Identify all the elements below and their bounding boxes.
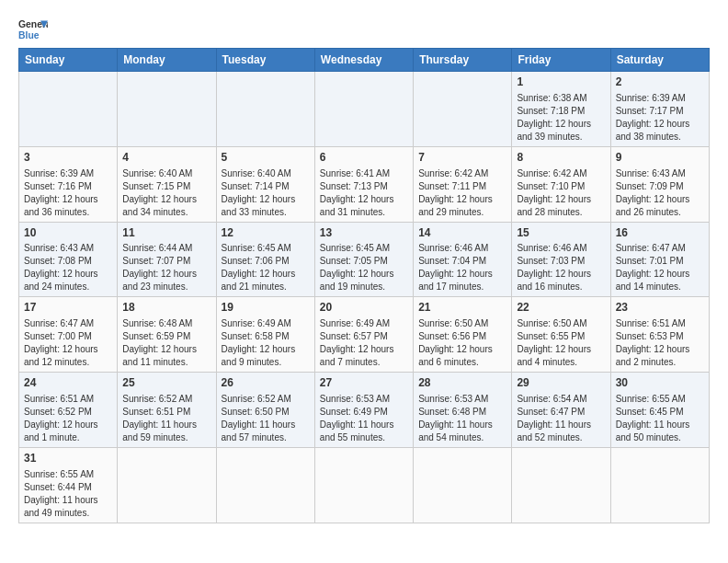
svg-text:Blue: Blue [18,30,40,40]
calendar-body: 1Sunrise: 6:38 AM Sunset: 7:18 PM Daylig… [19,72,710,523]
week-row-6: 31Sunrise: 6:55 AM Sunset: 6:44 PM Dayli… [19,447,710,523]
day-info: Sunrise: 6:39 AM Sunset: 7:16 PM Dayligh… [24,167,112,219]
day-number: 22 [517,300,605,316]
day-number: 10 [24,225,112,241]
day-cell: 9Sunrise: 6:43 AM Sunset: 7:09 PM Daylig… [610,146,709,222]
day-number: 5 [222,150,310,166]
day-info: Sunrise: 6:51 AM Sunset: 6:52 PM Dayligh… [24,393,112,444]
day-cell [414,447,512,523]
day-info: Sunrise: 6:46 AM Sunset: 7:04 PM Dayligh… [418,242,506,293]
day-cell: 16Sunrise: 6:47 AM Sunset: 7:01 PM Dayli… [610,222,709,297]
day-info: Sunrise: 6:50 AM Sunset: 6:56 PM Dayligh… [418,317,506,369]
day-info: Sunrise: 6:42 AM Sunset: 7:11 PM Dayligh… [418,167,506,219]
day-cell [118,447,216,523]
day-number: 1 [517,75,605,90]
day-number: 13 [320,225,408,241]
day-cell: 19Sunrise: 6:49 AM Sunset: 6:58 PM Dayli… [216,297,314,373]
day-cell [610,447,709,523]
day-info: Sunrise: 6:47 AM Sunset: 7:00 PM Dayligh… [24,317,112,369]
day-number: 19 [222,300,310,316]
day-number: 17 [24,300,112,316]
day-cell: 17Sunrise: 6:47 AM Sunset: 7:00 PM Dayli… [19,297,118,373]
day-info: Sunrise: 6:42 AM Sunset: 7:10 PM Dayligh… [517,167,605,219]
day-cell [19,72,118,147]
day-info: Sunrise: 6:43 AM Sunset: 7:08 PM Dayligh… [24,242,112,293]
day-cell: 2Sunrise: 6:39 AM Sunset: 7:17 PM Daylig… [610,72,709,147]
header-cell-saturday: Saturday [610,49,709,72]
day-info: Sunrise: 6:49 AM Sunset: 6:58 PM Dayligh… [222,317,310,369]
header: General Blue [18,15,710,44]
day-cell: 25Sunrise: 6:52 AM Sunset: 6:51 PM Dayli… [118,373,216,448]
day-number: 8 [517,150,605,166]
day-cell: 10Sunrise: 6:43 AM Sunset: 7:08 PM Dayli… [19,222,118,297]
day-cell: 1Sunrise: 6:38 AM Sunset: 7:18 PM Daylig… [512,72,610,147]
day-info: Sunrise: 6:43 AM Sunset: 7:09 PM Dayligh… [616,167,704,219]
day-info: Sunrise: 6:55 AM Sunset: 6:44 PM Dayligh… [24,468,112,520]
day-cell: 29Sunrise: 6:54 AM Sunset: 6:47 PM Dayli… [512,373,610,448]
day-info: Sunrise: 6:47 AM Sunset: 7:01 PM Dayligh… [616,242,704,293]
day-cell: 26Sunrise: 6:52 AM Sunset: 6:50 PM Dayli… [216,373,314,448]
logo-icon: General Blue [18,15,48,44]
day-number: 29 [517,375,605,391]
day-number: 4 [122,150,210,166]
day-cell: 27Sunrise: 6:53 AM Sunset: 6:49 PM Dayli… [314,373,413,448]
logo: General Blue [18,15,48,44]
day-cell: 28Sunrise: 6:53 AM Sunset: 6:48 PM Dayli… [414,373,512,448]
day-cell: 6Sunrise: 6:41 AM Sunset: 7:13 PM Daylig… [314,146,413,222]
day-info: Sunrise: 6:40 AM Sunset: 7:15 PM Dayligh… [122,167,210,219]
header-cell-sunday: Sunday [19,49,118,72]
day-cell [118,72,216,147]
day-number: 18 [122,300,210,316]
header-cell-thursday: Thursday [414,49,512,72]
day-number: 24 [24,375,112,391]
day-cell [414,72,512,147]
day-number: 28 [418,375,506,391]
header-row: SundayMondayTuesdayWednesdayThursdayFrid… [19,49,710,72]
day-cell: 30Sunrise: 6:55 AM Sunset: 6:45 PM Dayli… [610,373,709,448]
day-number: 20 [320,300,408,316]
calendar-table: SundayMondayTuesdayWednesdayThursdayFrid… [18,48,710,523]
day-cell [314,447,413,523]
day-cell: 21Sunrise: 6:50 AM Sunset: 6:56 PM Dayli… [414,297,512,373]
week-row-2: 3Sunrise: 6:39 AM Sunset: 7:16 PM Daylig… [19,146,710,222]
day-number: 12 [222,225,310,241]
day-info: Sunrise: 6:52 AM Sunset: 6:50 PM Dayligh… [222,393,310,444]
day-cell: 31Sunrise: 6:55 AM Sunset: 6:44 PM Dayli… [19,447,118,523]
day-info: Sunrise: 6:49 AM Sunset: 6:57 PM Dayligh… [320,317,408,369]
day-cell: 13Sunrise: 6:45 AM Sunset: 7:05 PM Dayli… [314,222,413,297]
day-number: 21 [418,300,506,316]
calendar-header: SundayMondayTuesdayWednesdayThursdayFrid… [19,49,710,72]
day-number: 16 [616,225,704,241]
day-number: 6 [320,150,408,166]
day-info: Sunrise: 6:48 AM Sunset: 6:59 PM Dayligh… [122,317,210,369]
day-number: 26 [222,375,310,391]
day-cell: 3Sunrise: 6:39 AM Sunset: 7:16 PM Daylig… [19,146,118,222]
day-info: Sunrise: 6:40 AM Sunset: 7:14 PM Dayligh… [222,167,310,219]
day-number: 11 [122,225,210,241]
day-cell: 8Sunrise: 6:42 AM Sunset: 7:10 PM Daylig… [512,146,610,222]
day-info: Sunrise: 6:53 AM Sunset: 6:49 PM Dayligh… [320,393,408,444]
day-number: 14 [418,225,506,241]
week-row-4: 17Sunrise: 6:47 AM Sunset: 7:00 PM Dayli… [19,297,710,373]
day-number: 9 [616,150,704,166]
day-number: 7 [418,150,506,166]
day-info: Sunrise: 6:50 AM Sunset: 6:55 PM Dayligh… [517,317,605,369]
day-info: Sunrise: 6:44 AM Sunset: 7:07 PM Dayligh… [122,242,210,293]
day-cell: 4Sunrise: 6:40 AM Sunset: 7:15 PM Daylig… [118,146,216,222]
week-row-3: 10Sunrise: 6:43 AM Sunset: 7:08 PM Dayli… [19,222,710,297]
day-cell: 18Sunrise: 6:48 AM Sunset: 6:59 PM Dayli… [118,297,216,373]
day-cell [314,72,413,147]
day-info: Sunrise: 6:38 AM Sunset: 7:18 PM Dayligh… [517,92,605,144]
day-info: Sunrise: 6:52 AM Sunset: 6:51 PM Dayligh… [122,393,210,444]
day-info: Sunrise: 6:45 AM Sunset: 7:05 PM Dayligh… [320,242,408,293]
day-cell: 20Sunrise: 6:49 AM Sunset: 6:57 PM Dayli… [314,297,413,373]
day-cell [216,72,314,147]
day-number: 30 [616,375,704,391]
day-number: 31 [24,451,112,466]
header-cell-monday: Monday [118,49,216,72]
day-cell: 12Sunrise: 6:45 AM Sunset: 7:06 PM Dayli… [216,222,314,297]
day-cell: 14Sunrise: 6:46 AM Sunset: 7:04 PM Dayli… [414,222,512,297]
day-info: Sunrise: 6:46 AM Sunset: 7:03 PM Dayligh… [517,242,605,293]
day-cell: 5Sunrise: 6:40 AM Sunset: 7:14 PM Daylig… [216,146,314,222]
day-info: Sunrise: 6:39 AM Sunset: 7:17 PM Dayligh… [616,92,704,144]
